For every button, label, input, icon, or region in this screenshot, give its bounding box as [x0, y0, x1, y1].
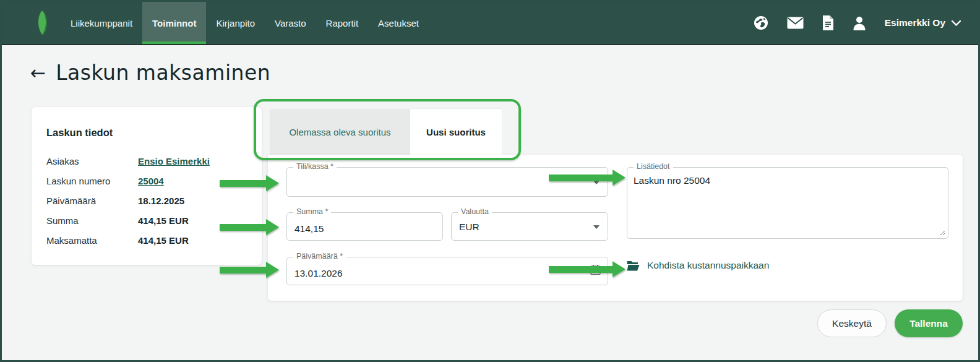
paivamaara-field: Päivämäärä *	[286, 257, 608, 285]
nav-item-raportit[interactable]: Raportit	[316, 2, 369, 44]
nav-menu: Liikekumppanit Toiminnot Kirjanpito Vara…	[61, 2, 429, 44]
app-logo[interactable]	[2, 2, 61, 44]
info-row-laskun-numero: Laskun numero 25004	[46, 176, 247, 186]
lisatiedot-field: Lisätiedot Laskun nro 25004	[627, 167, 948, 239]
dropdown-caret-icon[interactable]	[593, 225, 600, 229]
valuutta-select[interactable]: Valuutta EUR	[451, 212, 608, 241]
summa-input[interactable]	[294, 213, 424, 240]
document-icon[interactable]	[822, 15, 834, 30]
tili-kassa-select[interactable]: Tili/kassa *	[286, 167, 608, 197]
mail-icon[interactable]	[787, 17, 804, 29]
company-name: Esimerkki Oy	[885, 17, 945, 28]
save-button[interactable]: Tallenna	[895, 309, 963, 337]
nav-item-varasto[interactable]: Varasto	[265, 2, 316, 44]
leaf-icon	[34, 10, 51, 36]
lisatiedot-textarea[interactable]: Laskun nro 25004	[634, 175, 945, 236]
page-header: ← Laskun maksaminen	[30, 61, 270, 85]
row-label: Päivämäärä	[46, 196, 138, 206]
valuutta-label: Valuutta	[458, 207, 492, 216]
tab-olemassa-oleva-suoritus[interactable]: Olemassa oleva suoritus	[270, 109, 410, 155]
user-icon[interactable]	[853, 16, 866, 30]
paivamaara-input[interactable]	[294, 257, 589, 285]
folder-open-icon	[627, 261, 640, 271]
kohdista-kustannuspaikkaan-link[interactable]: Kohdista kustannuspaikkaan	[627, 260, 769, 271]
tili-kassa-label: Tili/kassa *	[293, 162, 337, 171]
back-arrow-icon[interactable]: ←	[30, 64, 46, 82]
company-menu[interactable]: Esimerkki Oy	[885, 17, 961, 28]
row-label: Maksamatta	[46, 235, 138, 246]
row-label: Summa	[46, 215, 138, 226]
tab-uusi-suoritus[interactable]: Uusi suoritus	[410, 109, 502, 155]
chevron-down-icon	[952, 20, 961, 26]
annotation-arrow-paivamaara	[220, 267, 266, 274]
top-nav: Liikekumppanit Toiminnot Kirjanpito Vara…	[2, 2, 978, 45]
payment-form-panel: Tili/kassa * Lisätiedot Laskun nro 25004…	[268, 155, 963, 301]
row-label: Laskun numero	[46, 176, 138, 186]
lisatiedot-label: Lisätiedot	[634, 162, 673, 171]
summa-field: Summa *	[286, 212, 443, 241]
invoice-date-value: 18.12.2025	[138, 196, 184, 206]
info-row-asiakas: Asiakas Ensio Esimerkki	[46, 156, 247, 166]
kohdista-label: Kohdista kustannuspaikkaan	[647, 260, 769, 271]
globe-icon[interactable]	[754, 15, 768, 30]
nav-item-kirjanpito[interactable]: Kirjanpito	[206, 2, 265, 44]
nav-item-asetukset[interactable]: Asetukset	[368, 2, 429, 44]
dropdown-caret-icon[interactable]	[593, 181, 600, 184]
valuutta-value: EUR	[459, 222, 589, 233]
info-row-paivamaara: Päivämäärä 18.12.2025	[46, 196, 247, 206]
info-row-maksamatta: Maksamatta 414,15 EUR	[46, 235, 247, 246]
invoice-info-card: Laskun tiedot Asiakas Ensio Esimerkki La…	[32, 107, 262, 265]
invoice-sum-value: 414,15 EUR	[138, 215, 189, 226]
nav-item-toiminnot[interactable]: Toiminnot	[142, 2, 206, 44]
nav-item-liikekumppanit[interactable]: Liikekumppanit	[61, 2, 142, 44]
page-title: Laskun maksaminen	[56, 61, 270, 85]
customer-link[interactable]: Ensio Esimerkki	[138, 156, 210, 166]
cancel-button[interactable]: Keskeytä	[817, 309, 887, 337]
app-window: Liikekumppanit Toiminnot Kirjanpito Vara…	[0, 0, 980, 362]
nav-utilities: Esimerkki Oy	[754, 2, 978, 44]
calendar-icon[interactable]	[590, 265, 601, 278]
unpaid-sum-value: 414,15 EUR	[138, 235, 189, 246]
card-title: Laskun tiedot	[46, 127, 247, 139]
invoice-number-link[interactable]: 25004	[138, 176, 164, 186]
row-label: Asiakas	[46, 156, 138, 166]
info-row-summa: Summa 414,15 EUR	[46, 215, 247, 226]
